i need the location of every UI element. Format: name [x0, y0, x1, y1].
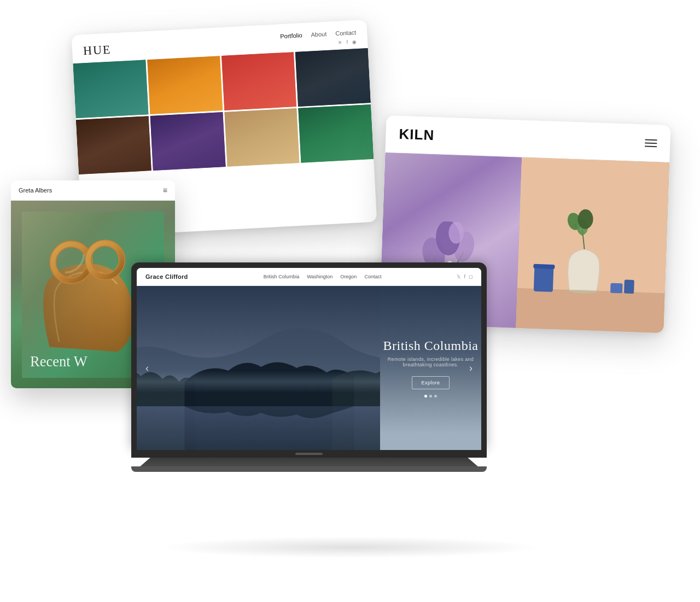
- grace-hero-bg-svg: [137, 286, 380, 450]
- hue-grid-cell-3: [221, 52, 297, 110]
- laptop-stand: [140, 458, 478, 466]
- laptop-foot: [131, 466, 487, 472]
- grace-brand: Grace Clifford: [145, 273, 188, 280]
- grace-prev-arrow[interactable]: ‹: [145, 363, 149, 374]
- svg-rect-12: [516, 288, 665, 333]
- hue-grid-cell-8: [298, 104, 374, 163]
- hue-twitter-icon[interactable]: ✕: [337, 40, 342, 45]
- hue-grid-cell-4: [295, 48, 371, 107]
- hue-grid-cell-7: [224, 108, 300, 167]
- svg-rect-14: [533, 264, 555, 269]
- laptop-notch: [295, 453, 323, 455]
- hue-grid-cell-1: [73, 60, 148, 118]
- grace-explore-button[interactable]: Explore: [412, 376, 449, 389]
- grace-insta-icon[interactable]: ◻: [469, 274, 472, 279]
- greta-brand: Greta Albers: [19, 187, 52, 194]
- laptop-screen-wrapper: Grace Clifford British Columbia Washingt…: [131, 262, 487, 450]
- hue-grid-cell-6: [150, 112, 225, 171]
- grace-hero: ‹ › British Columbia Remote islands, inc…: [137, 286, 481, 450]
- hue-nav-right: Portfolio About Contact ✕ f ◉: [280, 29, 357, 48]
- laptop-screen: Grace Clifford British Columbia Washingt…: [137, 268, 481, 450]
- hue-grid-cell-5: [76, 116, 151, 174]
- laptop-hinge: [131, 450, 487, 458]
- scene: HUE Portfolio About Contact ✕ f ◉: [0, 0, 700, 602]
- grace-hero-subtitle: Remote islands, incredible lakes and bre…: [380, 356, 481, 367]
- grace-nav-links: British Columbia Washington Oregon Conta…: [264, 274, 382, 279]
- grace-hero-title: British Columbia: [380, 338, 481, 353]
- grace-social: 𝕏 f ◻: [457, 274, 472, 279]
- svg-rect-21: [610, 283, 623, 294]
- hue-social: ✕ f ◉: [337, 39, 357, 45]
- grace-or-link[interactable]: Oregon: [340, 274, 357, 279]
- hue-grid-cell-2: [147, 56, 223, 114]
- greta-hamburger-icon[interactable]: ≡: [163, 186, 167, 195]
- greta-nav: Greta Albers ≡: [11, 180, 175, 201]
- grace-twitter-icon[interactable]: 𝕏: [457, 274, 460, 279]
- grace-nav: Grace Clifford British Columbia Washingt…: [137, 268, 481, 286]
- grace-carousel-dots: [380, 395, 481, 398]
- grace-facebook-icon[interactable]: f: [464, 274, 465, 279]
- hue-nav-links: Portfolio About Contact: [280, 29, 356, 39]
- hue-grid: [73, 48, 374, 177]
- grace-contact-link[interactable]: Contact: [364, 274, 381, 279]
- grace-dot-2[interactable]: [429, 395, 432, 398]
- hue-logo: HUE: [83, 43, 112, 59]
- svg-text:Recent W: Recent W: [30, 353, 88, 370]
- kiln-logo: KILN: [399, 126, 435, 144]
- hue-contact-link[interactable]: Contact: [335, 29, 356, 37]
- hue-portfolio-link[interactable]: Portfolio: [280, 32, 302, 39]
- scene-shadow: [159, 536, 541, 558]
- kiln-right-bg: [516, 157, 669, 333]
- hue-about-link[interactable]: About: [311, 31, 326, 38]
- grace-next-arrow[interactable]: ›: [469, 363, 472, 374]
- grace-dot-1[interactable]: [424, 395, 427, 398]
- kiln-menu-icon[interactable]: [645, 139, 657, 147]
- grace-dot-3[interactable]: [434, 395, 437, 398]
- svg-rect-13: [533, 267, 553, 292]
- svg-rect-31: [137, 371, 380, 393]
- grace-hero-text: British Columbia Remote islands, incredi…: [380, 338, 481, 398]
- kiln-still-life-svg: [516, 157, 669, 333]
- grace-wa-link[interactable]: Washington: [307, 274, 332, 279]
- hue-instagram-icon[interactable]: ◉: [352, 39, 357, 44]
- svg-rect-22: [624, 279, 634, 294]
- grace-laptop: Grace Clifford British Columbia Washingt…: [131, 262, 487, 472]
- kiln-image-right: [516, 157, 669, 333]
- grace-bc-link[interactable]: British Columbia: [264, 274, 300, 279]
- hue-facebook-icon[interactable]: f: [346, 39, 348, 45]
